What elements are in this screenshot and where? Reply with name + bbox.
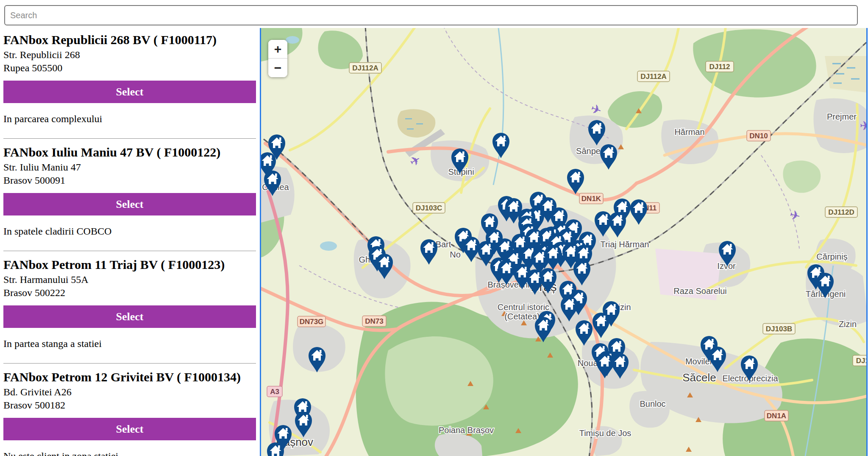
svg-text:DJ112A: DJ112A: [352, 64, 378, 72]
road-ref-badge: DN1K: [579, 193, 603, 204]
map-marker-icon[interactable]: [492, 133, 509, 158]
map-marker-icon[interactable]: [630, 199, 647, 225]
location-item: FANbox Iuliu Maniu 47 BV ( F1000122)Str.…: [3, 145, 256, 238]
location-address-line2: Brasov 500182: [3, 399, 256, 412]
location-note: In spatele cladirii COBCO: [3, 225, 256, 238]
map-place-label: Raza Soarelui: [673, 286, 727, 296]
map-place-label: Prejmer: [827, 112, 857, 121]
location-address-line2: Brasov 500091: [3, 174, 256, 187]
location-item: FANbox Republicii 268 BV ( F1000117)Str.…: [3, 32, 256, 126]
road-ref-badge: DJ112: [706, 62, 734, 72]
select-button[interactable]: Select: [3, 193, 256, 215]
map-marker-icon[interactable]: [609, 212, 626, 238]
select-button[interactable]: Select: [3, 418, 256, 440]
map-place-label: Timișu de Jos: [579, 428, 632, 438]
location-item: FANbox Petrom 11 Triaj BV ( F1000123)Str…: [3, 257, 256, 350]
location-address-line2: Brasov 500222: [3, 286, 256, 299]
road-ref-badge: DN73: [362, 316, 386, 327]
zoom-out-button[interactable]: −: [268, 59, 287, 77]
svg-text:DJ10: DJ10: [856, 357, 866, 365]
location-list: FANbox Republicii 268 BV ( F1000117)Str.…: [0, 26, 259, 456]
map-zoom-control: + −: [268, 40, 287, 77]
map-place-label: Săcele: [682, 371, 716, 384]
airplane-icon: ✈: [860, 118, 866, 133]
road-ref-badge: DJ112D: [825, 207, 857, 218]
divider: [3, 138, 256, 139]
map-place-label: Cărpiniș: [816, 252, 847, 261]
location-address-line1: Str. Harmanului 55A: [3, 273, 256, 286]
select-button[interactable]: Select: [3, 81, 256, 103]
location-note: In parcarea complexului: [3, 112, 256, 126]
svg-text:DN73: DN73: [365, 317, 383, 325]
svg-text:DN1A: DN1A: [767, 412, 786, 420]
svg-text:DJ112A: DJ112A: [640, 73, 666, 81]
map-place-label: Bunloc: [640, 399, 665, 408]
svg-text:DJ112D: DJ112D: [828, 208, 854, 216]
svg-text:DJ112: DJ112: [709, 63, 730, 71]
road-ref-badge: DN10: [747, 131, 771, 141]
map-place-label: Triaj Hărman: [601, 240, 649, 249]
map-marker-icon[interactable]: [420, 239, 437, 265]
map-place-label: (Cetatea): [504, 312, 540, 321]
svg-text:DN73G: DN73G: [300, 318, 324, 326]
svg-text:DN1K: DN1K: [581, 195, 601, 203]
location-title: FANbox Republicii 268 BV ( F1000117): [3, 32, 256, 48]
page: { "search": { "placeholder": "Search" },…: [0, 0, 868, 456]
map-canvas: ✈✈✈✈ PrejmerHărmanSânpeStupiniCodleaBart…: [261, 28, 866, 456]
map[interactable]: + −: [260, 28, 868, 456]
svg-text:DN10: DN10: [749, 132, 768, 140]
divider: [3, 251, 256, 251]
location-title: FANbox Petrom 12 Grivitei BV ( F1000134): [3, 369, 256, 385]
svg-text:DJ103C: DJ103C: [416, 204, 442, 212]
location-address-line2: Rupea 505500: [3, 62, 256, 75]
svg-text:DJ103B: DJ103B: [766, 325, 792, 333]
map-marker-icon[interactable]: [600, 144, 617, 170]
road-ref-badge: DJ10: [853, 355, 866, 366]
road-ref-badge: A3: [267, 386, 282, 397]
map-place-label: No: [450, 250, 461, 259]
map-place-label: Bart: [436, 240, 451, 249]
zoom-in-button[interactable]: +: [268, 40, 287, 59]
map-place-label: Hărman: [674, 127, 704, 137]
road-ref-badge: DJ112A: [349, 63, 381, 73]
divider: [3, 363, 256, 364]
road-ref-badge: DJ103C: [413, 203, 445, 213]
location-title: FANbox Iuliu Maniu 47 BV ( F1000122): [3, 145, 256, 160]
location-note: Nu este client in zona statiei: [3, 450, 256, 456]
map-place-label: Sânpe: [576, 146, 601, 156]
road-ref-badge: DJ103B: [763, 324, 795, 334]
location-address-line1: Bd. Grivitei A26: [3, 386, 256, 399]
svg-text:A3: A3: [270, 388, 279, 396]
select-button[interactable]: Select: [3, 305, 256, 328]
location-title: FANbox Petrom 11 Triaj BV ( F1000123): [3, 257, 256, 272]
map-place-label: Centrul istoric: [498, 302, 549, 312]
location-note: In partea stanga a statiei: [3, 337, 256, 350]
road-ref-badge: DN1A: [765, 411, 788, 421]
peak-icon: [686, 447, 692, 452]
road-ref-badge: DN73G: [298, 316, 326, 327]
location-address-line1: Str. Iuliu Maniu 47: [3, 161, 256, 174]
map-place-label: Zizin: [839, 319, 857, 329]
road-ref-badge: DJ112A: [637, 71, 670, 82]
search-input[interactable]: [4, 5, 858, 25]
map-place-label: Poiana Brașov: [439, 425, 494, 435]
location-address-line1: Str. Republicii 268: [3, 48, 256, 62]
location-item: FANbox Petrom 12 Grivitei BV ( F1000134)…: [3, 369, 256, 456]
